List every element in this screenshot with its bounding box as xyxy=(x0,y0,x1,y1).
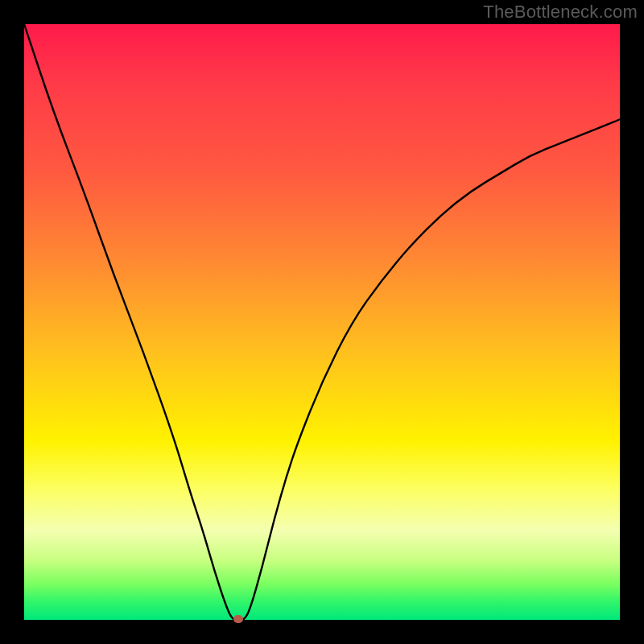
chart-frame: TheBottleneck.com xyxy=(0,0,644,644)
bottleneck-curve xyxy=(24,24,620,620)
watermark-text: TheBottleneck.com xyxy=(483,2,638,23)
cusp-marker xyxy=(233,615,243,623)
curve-layer xyxy=(24,24,620,620)
